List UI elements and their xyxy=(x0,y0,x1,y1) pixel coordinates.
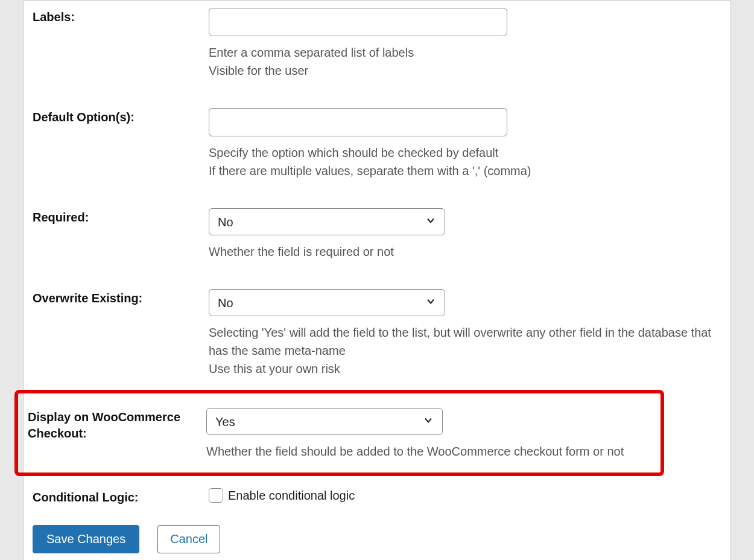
woocommerce-select[interactable]: Yes xyxy=(206,408,443,435)
labels-input[interactable] xyxy=(209,8,507,36)
label-overwrite: Overwrite Existing: xyxy=(33,289,209,378)
labels-help-1: Enter a comma separated list of labels xyxy=(209,43,721,62)
row-default-options: Default Option(s): Specify the option wh… xyxy=(33,101,721,201)
overwrite-help-2: Use this at your own risk xyxy=(209,360,721,378)
overwrite-select[interactable]: No xyxy=(209,289,445,316)
required-help: Whether the field is required or not xyxy=(209,243,721,261)
row-required: Required: No Whether the field is requir… xyxy=(33,201,721,282)
woocommerce-help: Whether the field should be added to the… xyxy=(206,442,656,460)
overwrite-help-1: Selecting 'Yes' will add the field to th… xyxy=(209,323,721,360)
conditional-checkbox-label: Enable conditional logic xyxy=(228,489,355,503)
default-options-help-1: Specify the option which should be check… xyxy=(209,144,721,162)
label-labels: Labels: xyxy=(33,8,209,80)
default-options-input[interactable] xyxy=(209,108,507,136)
settings-panel: Labels: Enter a comma separated list of … xyxy=(23,0,731,560)
labels-help-2: Visible for the user xyxy=(209,62,721,80)
row-conditional: Conditional Logic: Enable conditional lo… xyxy=(33,485,721,523)
row-overwrite: Overwrite Existing: No Selecting 'Yes' w… xyxy=(33,282,721,390)
label-woocommerce: Display on WooCommerce Checkout: xyxy=(28,408,206,460)
row-woocommerce: Display on WooCommerce Checkout: Yes Whe… xyxy=(28,408,656,460)
save-button[interactable]: Save Changes xyxy=(33,525,139,553)
conditional-checkbox[interactable] xyxy=(209,488,223,503)
label-default-options: Default Option(s): xyxy=(33,108,209,180)
required-select[interactable]: No xyxy=(209,208,445,235)
row-labels: Labels: Enter a comma separated list of … xyxy=(33,1,721,101)
button-row: Save Changes Cancel xyxy=(33,523,721,557)
label-required: Required: xyxy=(33,208,209,261)
label-conditional: Conditional Logic: xyxy=(33,488,209,506)
cancel-button[interactable]: Cancel xyxy=(157,525,220,553)
highlight-woocommerce: Display on WooCommerce Checkout: Yes Whe… xyxy=(14,390,664,476)
default-options-help-2: If there are multiple values, separate t… xyxy=(209,162,721,180)
